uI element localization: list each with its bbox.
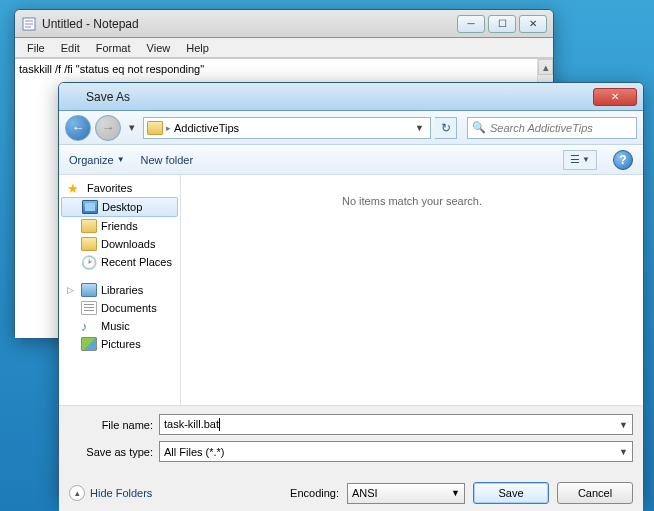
maximize-button[interactable]: ☐	[488, 15, 516, 33]
file-list[interactable]: No items match your search.	[181, 175, 643, 405]
tree-documents[interactable]: Documents	[59, 299, 180, 317]
music-icon: ♪	[81, 319, 97, 333]
chevron-down-icon[interactable]: ▼	[619, 447, 628, 457]
nav-forward-button[interactable]: →	[95, 115, 121, 141]
minimize-button[interactable]: ─	[457, 15, 485, 33]
chevron-down-icon: ▼	[117, 155, 125, 164]
notepad-title: Untitled - Notepad	[42, 17, 457, 31]
address-dropdown-icon[interactable]: ▼	[412, 123, 427, 133]
search-input[interactable]: 🔍 Search AddictiveTips	[467, 117, 637, 139]
star-icon: ★	[67, 181, 83, 195]
recent-icon: 🕑	[81, 255, 97, 269]
close-button[interactable]: ✕	[519, 15, 547, 33]
cancel-button[interactable]: Cancel	[557, 482, 633, 504]
tree-music[interactable]: ♪ Music	[59, 317, 180, 335]
menu-view[interactable]: View	[139, 40, 179, 56]
nav-history-dropdown[interactable]: ▾	[125, 118, 139, 138]
tree-desktop[interactable]: Desktop	[61, 197, 178, 217]
dialog-titlebar[interactable]: Save As ✕	[59, 83, 643, 111]
notepad-menubar: File Edit Format View Help	[15, 38, 553, 58]
help-button[interactable]: ?	[613, 150, 633, 170]
tree-pictures[interactable]: Pictures	[59, 335, 180, 353]
dialog-footer: ▴ Hide Folders Encoding: ANSI ▼ Save Can…	[59, 474, 643, 511]
dialog-icon	[65, 89, 81, 105]
address-bar[interactable]: ▸ AddictiveTips ▼	[143, 117, 431, 139]
folder-icon	[81, 219, 97, 233]
search-icon: 🔍	[472, 121, 486, 134]
menu-edit[interactable]: Edit	[53, 40, 88, 56]
encoding-label: Encoding:	[290, 487, 339, 499]
hide-folders-button[interactable]: ▴ Hide Folders	[69, 485, 152, 501]
empty-message: No items match your search.	[342, 195, 482, 207]
save-as-dialog: Save As ✕ ← → ▾ ▸ AddictiveTips ▼ ↻ 🔍 Se…	[58, 82, 644, 502]
filename-label: File name:	[69, 419, 153, 431]
documents-icon	[81, 301, 97, 315]
notepad-icon	[21, 16, 37, 32]
menu-format[interactable]: Format	[88, 40, 139, 56]
collapse-icon: ▴	[69, 485, 85, 501]
scroll-up-icon[interactable]: ▴	[538, 59, 553, 75]
save-form: File name: task-kill.bat ▼ Save as type:…	[59, 405, 643, 474]
tree-friends[interactable]: Friends	[59, 217, 180, 235]
savetype-select[interactable]: All Files (*.*) ▼	[159, 441, 633, 462]
editor-text: taskkill /f /fi "status eq not respondin…	[19, 63, 204, 75]
breadcrumb-separator-icon: ▸	[166, 123, 171, 133]
libraries-icon	[81, 283, 97, 297]
dialog-title: Save As	[86, 90, 593, 104]
navigation-tree[interactable]: ★ Favorites Desktop Friends Downloads 🕑 …	[59, 175, 181, 405]
breadcrumb-location[interactable]: AddictiveTips	[174, 122, 239, 134]
chevron-down-icon[interactable]: ▼	[451, 488, 460, 498]
dialog-close-button[interactable]: ✕	[593, 88, 637, 106]
organize-button[interactable]: Organize ▼	[69, 154, 125, 166]
desktop-icon	[82, 200, 98, 214]
filename-input[interactable]: task-kill.bat ▼	[159, 414, 633, 435]
encoding-select[interactable]: ANSI ▼	[347, 483, 465, 504]
pictures-icon	[81, 337, 97, 351]
new-folder-button[interactable]: New folder	[141, 154, 194, 166]
view-options-button[interactable]: ☰ ▼	[563, 150, 597, 170]
search-placeholder: Search AddictiveTips	[490, 122, 593, 134]
nav-bar: ← → ▾ ▸ AddictiveTips ▼ ↻ 🔍 Search Addic…	[59, 111, 643, 145]
toolbar: Organize ▼ New folder ☰ ▼ ?	[59, 145, 643, 175]
tree-recent-places[interactable]: 🕑 Recent Places	[59, 253, 180, 271]
chevron-down-icon[interactable]: ▼	[619, 420, 628, 430]
menu-file[interactable]: File	[19, 40, 53, 56]
notepad-titlebar[interactable]: Untitled - Notepad ─ ☐ ✕	[15, 10, 553, 38]
tree-libraries[interactable]: ▷ Libraries	[59, 281, 180, 299]
menu-help[interactable]: Help	[178, 40, 217, 56]
tree-favorites[interactable]: ★ Favorites	[59, 179, 180, 197]
savetype-label: Save as type:	[69, 446, 153, 458]
nav-back-button[interactable]: ←	[65, 115, 91, 141]
expander-icon[interactable]: ▷	[67, 285, 77, 295]
folder-icon	[81, 237, 97, 251]
refresh-button[interactable]: ↻	[435, 117, 457, 139]
save-button[interactable]: Save	[473, 482, 549, 504]
folder-icon	[147, 121, 163, 135]
tree-downloads[interactable]: Downloads	[59, 235, 180, 253]
